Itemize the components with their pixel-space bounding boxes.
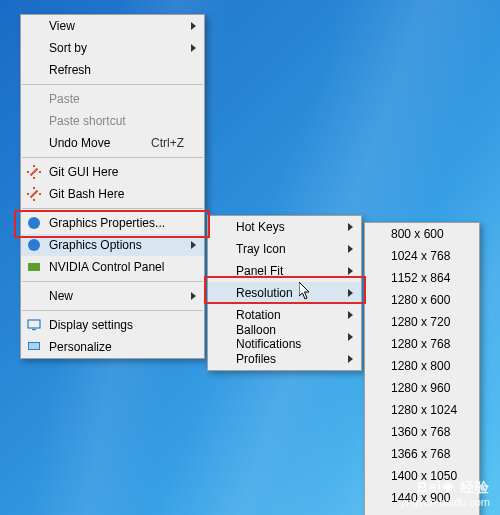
resolution-option[interactable]: 1280 x 600 xyxy=(365,289,479,311)
resolution-option[interactable]: 1280 x 800 xyxy=(365,355,479,377)
chevron-right-icon xyxy=(191,292,196,300)
resolution-label: 1280 x 600 xyxy=(391,293,450,307)
chevron-right-icon xyxy=(348,355,353,363)
svg-rect-7 xyxy=(39,193,41,195)
svg-rect-16 xyxy=(29,343,39,349)
menu-item-personalize[interactable]: Personalize xyxy=(21,336,204,358)
resolution-label: 1152 x 864 xyxy=(391,271,450,285)
resolution-label: 800 x 600 xyxy=(391,227,444,241)
submenu-item-tray-icon[interactable]: Tray Icon xyxy=(208,238,361,260)
submenu-item-panel-fit[interactable]: Panel Fit xyxy=(208,260,361,282)
svg-point-11 xyxy=(28,239,40,251)
menu-label: Balloon Notifications xyxy=(236,323,341,351)
resolution-option[interactable]: 1600 x 900 xyxy=(365,509,479,515)
svg-rect-5 xyxy=(33,187,35,189)
menu-label: Refresh xyxy=(49,63,91,77)
menu-label: Panel Fit xyxy=(236,264,283,278)
submenu-item-hot-keys[interactable]: Hot Keys xyxy=(208,216,361,238)
resolution-label: 1280 x 720 xyxy=(391,315,450,329)
resolution-label: 1366 x 768 xyxy=(391,447,450,461)
resolution-label: 1280 x 1024 xyxy=(391,403,457,417)
resolution-option[interactable]: 1280 x 768 xyxy=(365,333,479,355)
chevron-right-icon xyxy=(191,241,196,249)
menu-label: Personalize xyxy=(49,340,112,354)
watermark-brand: Bai❀ 经验 xyxy=(401,479,490,496)
svg-rect-1 xyxy=(27,171,29,173)
menu-item-view[interactable]: View xyxy=(21,15,204,37)
svg-rect-2 xyxy=(39,171,41,173)
menu-label: Paste shortcut xyxy=(49,114,126,128)
resolution-option[interactable]: 1024 x 768 xyxy=(365,245,479,267)
resolution-submenu: 800 x 6001024 x 7681152 x 8641280 x 6001… xyxy=(364,222,480,515)
menu-label: Git GUI Here xyxy=(49,165,118,179)
submenu-item-resolution[interactable]: Resolution xyxy=(208,282,361,304)
chevron-right-icon xyxy=(348,289,353,297)
svg-rect-4 xyxy=(30,168,38,176)
menu-separator xyxy=(22,84,203,85)
menu-separator xyxy=(22,208,203,209)
menu-label: New xyxy=(49,289,73,303)
chevron-right-icon xyxy=(191,44,196,52)
resolution-label: 1024 x 768 xyxy=(391,249,450,263)
intel-graphics-icon xyxy=(26,237,42,253)
resolution-option[interactable]: 1360 x 768 xyxy=(365,421,479,443)
git-icon xyxy=(26,164,42,180)
monitor-icon xyxy=(26,317,42,333)
menu-label: Resolution xyxy=(236,286,293,300)
menu-item-paste: Paste xyxy=(21,88,204,110)
menu-item-refresh[interactable]: Refresh xyxy=(21,59,204,81)
menu-label: Paste xyxy=(49,92,80,106)
git-icon xyxy=(26,186,42,202)
menu-item-new[interactable]: New xyxy=(21,285,204,307)
submenu-item-profiles[interactable]: Profiles xyxy=(208,348,361,370)
personalize-icon xyxy=(26,339,42,355)
nvidia-icon xyxy=(26,259,42,275)
menu-item-undo-move[interactable]: Undo Move Ctrl+Z xyxy=(21,132,204,154)
watermark-url: jingyan.baidu.com xyxy=(401,496,490,509)
menu-label: Tray Icon xyxy=(236,242,286,256)
chevron-right-icon xyxy=(348,245,353,253)
menu-item-paste-shortcut: Paste shortcut xyxy=(21,110,204,132)
menu-label: NVIDIA Control Panel xyxy=(49,260,164,274)
intel-graphics-icon xyxy=(26,215,42,231)
menu-item-git-gui[interactable]: Git GUI Here xyxy=(21,161,204,183)
menu-item-graphics-properties[interactable]: Graphics Properties... xyxy=(21,212,204,234)
menu-item-display-settings[interactable]: Display settings xyxy=(21,314,204,336)
resolution-label: 1280 x 800 xyxy=(391,359,450,373)
menu-label: Hot Keys xyxy=(236,220,285,234)
resolution-option[interactable]: 800 x 600 xyxy=(365,223,479,245)
menu-item-graphics-options[interactable]: Graphics Options xyxy=(21,234,204,256)
desktop-context-menu: View Sort by Refresh Paste Paste shortcu… xyxy=(20,14,205,359)
resolution-label: 1280 x 768 xyxy=(391,337,450,351)
resolution-label: 1360 x 768 xyxy=(391,425,450,439)
graphics-options-submenu: Hot Keys Tray Icon Panel Fit Resolution … xyxy=(207,215,362,371)
svg-rect-9 xyxy=(30,190,38,198)
menu-label: View xyxy=(49,19,75,33)
svg-rect-13 xyxy=(28,320,40,328)
menu-item-git-bash[interactable]: Git Bash Here xyxy=(21,183,204,205)
chevron-right-icon xyxy=(348,267,353,275)
menu-label: Profiles xyxy=(236,352,276,366)
chevron-right-icon xyxy=(191,22,196,30)
menu-label: Sort by xyxy=(49,41,87,55)
chevron-right-icon xyxy=(348,311,353,319)
svg-rect-14 xyxy=(32,329,36,330)
svg-rect-12 xyxy=(28,263,40,271)
resolution-label: 1280 x 960 xyxy=(391,381,450,395)
chevron-right-icon xyxy=(348,223,353,231)
menu-label: Git Bash Here xyxy=(49,187,124,201)
resolution-option[interactable]: 1366 x 768 xyxy=(365,443,479,465)
menu-label: Graphics Options xyxy=(49,238,142,252)
svg-rect-0 xyxy=(33,165,35,167)
menu-shortcut: Ctrl+Z xyxy=(131,136,184,150)
submenu-item-balloon-notifications[interactable]: Balloon Notifications xyxy=(208,326,361,348)
resolution-option[interactable]: 1152 x 864 xyxy=(365,267,479,289)
menu-label: Graphics Properties... xyxy=(49,216,165,230)
resolution-option[interactable]: 1280 x 960 xyxy=(365,377,479,399)
resolution-option[interactable]: 1280 x 720 xyxy=(365,311,479,333)
svg-rect-3 xyxy=(33,177,35,179)
menu-item-sort-by[interactable]: Sort by xyxy=(21,37,204,59)
svg-rect-6 xyxy=(27,193,29,195)
resolution-option[interactable]: 1280 x 1024 xyxy=(365,399,479,421)
menu-item-nvidia-control-panel[interactable]: NVIDIA Control Panel xyxy=(21,256,204,278)
